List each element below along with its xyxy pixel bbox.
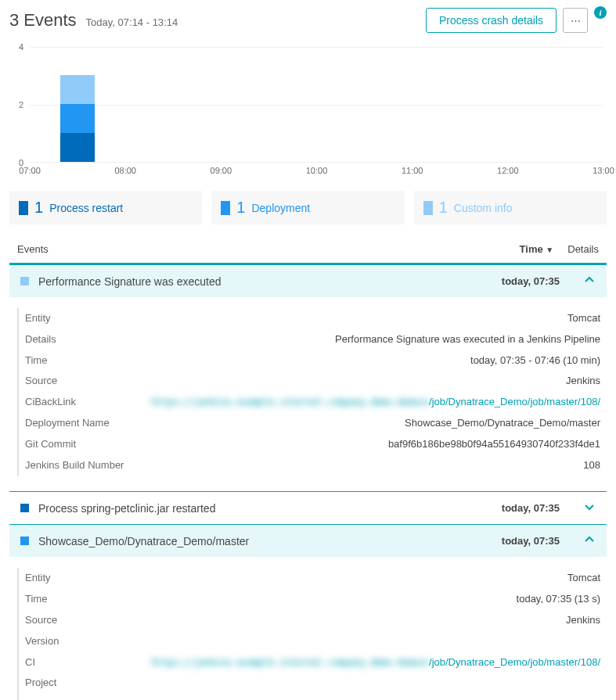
detail-row: DetailsPerformance Signature was execute… <box>19 329 600 350</box>
detail-label: Project <box>25 675 56 691</box>
legend-label: Process restart <box>49 202 123 214</box>
y-tick: 2 <box>19 100 23 109</box>
detail-row: Git Commitbaf9f6b186be98b0f94a5516493074… <box>19 694 600 700</box>
legend-item[interactable]: 1Process restart <box>9 191 202 224</box>
detail-label: Deployment Name <box>25 415 110 432</box>
detail-row: CIhttps://jenkins.example.internal.compa… <box>19 652 600 673</box>
legend-count: 1 <box>439 199 448 217</box>
detail-label: Details <box>25 332 56 348</box>
chevron-up-icon <box>583 534 596 547</box>
detail-value: Showcase_Demo/Dynatrace_Demo/master <box>405 417 600 429</box>
detail-label: Entity <box>25 311 51 327</box>
event-details: EntityTomcatTimetoday, 07:35 (13 s)Sourc… <box>17 568 607 700</box>
x-tick: 09:00 <box>211 166 232 175</box>
x-tick: 12:00 <box>497 166 519 175</box>
event-row[interactable]: Performance Signature was executedtoday,… <box>9 265 607 297</box>
detail-row: Timetoday, 07:35 - 07:46 (10 min) <box>19 350 600 372</box>
col-time[interactable]: Time ▼ <box>520 243 554 255</box>
event-color-icon <box>20 277 29 285</box>
obscured-text: https://jenkins.example.internal.company… <box>151 396 429 407</box>
detail-label: CiBackLink <box>25 394 76 411</box>
detail-row: Jenkins Build Number108 <box>19 455 600 476</box>
bar-stack[interactable] <box>60 75 95 162</box>
sort-desc-icon: ▼ <box>546 246 553 254</box>
detail-row: EntityTomcat <box>19 308 600 329</box>
detail-label: Git Commit <box>25 436 76 453</box>
detail-row: CiBackLinkhttps://jenkins.example.intern… <box>19 392 600 413</box>
y-tick: 4 <box>19 42 23 52</box>
detail-link[interactable]: /job/Dynatrace_Demo/job/master/108/ <box>429 656 600 668</box>
detail-row: Version <box>19 631 600 652</box>
detail-value: baf9f6b186be98b0f94a55164930740f233f4de1 <box>388 438 600 450</box>
detail-label: Source <box>25 373 57 389</box>
time-range: Today, 07:14 - 13:14 <box>86 16 178 28</box>
detail-row: EntityTomcat <box>19 568 600 589</box>
detail-label: Source <box>25 612 57 629</box>
chart-legend: 1Process restart1Deployment1Custom info <box>9 191 607 224</box>
event-time: today, 07:35 <box>502 535 560 547</box>
page-title: 3 Events <box>9 10 77 31</box>
event-time: today, 07:35 <box>502 502 560 514</box>
bar-segment <box>60 75 95 104</box>
chevron-down-icon <box>583 501 596 515</box>
legend-label: Deployment <box>251 202 310 214</box>
detail-row: Deployment NameShowcase_Demo/Dynatrace_D… <box>19 413 600 434</box>
x-tick: 11:00 <box>402 166 423 175</box>
detail-value: Tomcat <box>567 312 600 324</box>
info-icon[interactable]: i <box>594 6 607 19</box>
event-color-icon <box>20 504 29 512</box>
chevron-up-icon <box>583 275 596 288</box>
detail-value: today, 07:35 - 07:46 (10 min) <box>470 354 600 366</box>
event-time: today, 07:35 <box>502 275 560 287</box>
legend-item[interactable]: 1Deployment <box>211 191 404 224</box>
page-header: 3 Events Today, 07:14 - 13:14 Process cr… <box>9 8 607 33</box>
legend-color-icon <box>423 201 433 215</box>
x-tick: 08:00 <box>114 166 136 175</box>
detail-label: Version <box>25 634 59 650</box>
col-details[interactable]: Details <box>567 243 599 255</box>
legend-item[interactable]: 1Custom info <box>414 191 607 224</box>
legend-color-icon <box>221 201 230 215</box>
table-header: Events Time ▼ Details <box>9 239 607 263</box>
ellipsis-icon: ⋯ <box>571 15 581 27</box>
events-chart: 024 07:0008:0009:0010:0011:0012:0013:00 <box>9 47 607 180</box>
detail-row: Git Commitbaf9f6b186be98b0f94a5516493074… <box>19 434 600 455</box>
detail-value: today, 07:35 (13 s) <box>517 593 600 605</box>
bar-segment <box>60 133 95 162</box>
detail-value: Jenkins <box>566 614 600 626</box>
detail-label: Time <box>25 353 47 369</box>
detail-label: Time <box>25 591 47 608</box>
detail-value: 108 <box>583 459 600 471</box>
detail-label: Jenkins Build Number <box>25 458 124 474</box>
bar-segment <box>60 104 95 133</box>
detail-label: Git Commit <box>25 696 76 700</box>
legend-count: 1 <box>34 199 43 217</box>
event-row[interactable]: Process spring-petclinic.jar restartedto… <box>9 492 607 524</box>
event-title: Showcase_Demo/Dynatrace_Demo/master <box>38 535 492 547</box>
detail-link[interactable]: /job/Dynatrace_Demo/job/master/108/ <box>429 396 600 407</box>
event-details: EntityTomcatDetailsPerformance Signature… <box>17 308 607 476</box>
event-title: Performance Signature was executed <box>38 275 492 288</box>
detail-label: Entity <box>25 570 51 587</box>
detail-value: Jenkins <box>566 375 600 386</box>
detail-row: SourceJenkins <box>19 610 600 631</box>
process-crash-details-button[interactable]: Process crash details <box>426 8 557 33</box>
detail-value: Tomcat <box>567 572 600 583</box>
event-color-icon <box>20 537 29 545</box>
detail-row: Timetoday, 07:35 (13 s) <box>19 589 600 610</box>
more-menu-button[interactable]: ⋯ <box>563 8 588 33</box>
detail-value: Performance Signature was executed in a … <box>335 333 600 345</box>
detail-row: SourceJenkins <box>19 371 600 392</box>
obscured-text: https://jenkins.example.internal.company… <box>151 656 429 668</box>
legend-color-icon <box>19 201 28 215</box>
x-tick: 10:00 <box>306 166 328 175</box>
legend-label: Custom info <box>454 202 513 214</box>
event-row[interactable]: Showcase_Demo/Dynatrace_Demo/mastertoday… <box>9 525 607 557</box>
detail-row: Project <box>19 673 600 694</box>
event-title: Process spring-petclinic.jar restarted <box>38 502 492 515</box>
legend-count: 1 <box>236 199 245 217</box>
detail-label: CI <box>25 655 35 671</box>
col-events[interactable]: Events <box>17 243 49 255</box>
x-tick: 13:00 <box>593 166 614 175</box>
x-tick: 07:00 <box>19 166 41 175</box>
